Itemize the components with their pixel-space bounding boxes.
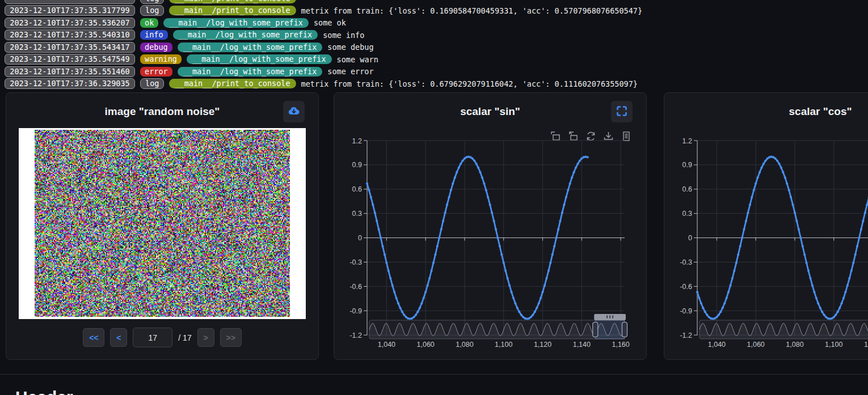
series-point — [784, 176, 786, 179]
slider-grip-dot — [609, 316, 610, 318]
image-panel-title: image "random noise" — [6, 105, 318, 118]
log-source-badge: __main__/print_to_console — [169, 79, 296, 88]
series-point — [411, 317, 413, 320]
series-point — [795, 220, 798, 222]
log-row: 2023-12-10T17:37:35.317799log__main__/pr… — [5, 6, 868, 16]
x-tick-label: 1,120 — [534, 341, 551, 349]
series-point — [858, 237, 860, 239]
series-point — [454, 176, 456, 179]
cos-line-chart[interactable]: 1.20.90.60.30-0.3-0.6-0.9-1.21,0401,0601… — [664, 133, 868, 356]
series-point — [553, 245, 555, 247]
series-point — [850, 270, 853, 272]
image-pagination: << < / 17 > >> — [6, 328, 318, 347]
last-page-button[interactable]: >> — [220, 328, 242, 347]
series-point — [723, 302, 726, 304]
y-tick-label: -1.2 — [349, 332, 362, 339]
series-point — [444, 211, 446, 214]
prev-page-button[interactable]: < — [110, 328, 127, 347]
page-number-input[interactable] — [133, 328, 172, 347]
series-point — [802, 245, 804, 247]
series-point — [489, 203, 491, 206]
series-point — [848, 277, 850, 279]
series-point — [838, 307, 841, 309]
series-point — [467, 156, 470, 158]
series-point — [791, 203, 794, 206]
slider-grip-dot — [606, 316, 608, 318]
x-tick-label: 1,160 — [612, 341, 629, 349]
series-point — [503, 262, 505, 264]
series-point — [536, 307, 538, 309]
series-point — [569, 182, 571, 185]
series-point — [450, 189, 452, 191]
series-point — [432, 262, 435, 264]
series-point — [698, 297, 700, 299]
log-level-badge: ok — [140, 18, 158, 28]
series-point — [580, 158, 583, 160]
series-point — [708, 316, 710, 318]
series-point — [722, 307, 724, 309]
log-row: 2023-12-10T17:37:35.543417debug__main__/… — [5, 42, 868, 52]
random-noise-image — [35, 130, 290, 317]
series-point — [755, 182, 757, 185]
series-point — [579, 160, 581, 162]
series-point — [757, 176, 759, 179]
series-point — [416, 311, 419, 313]
y-tick-label: 0.9 — [682, 161, 692, 169]
x-tick-label: 1,100 — [495, 341, 512, 349]
series-point — [380, 237, 382, 239]
series-point — [733, 270, 735, 272]
log-row: 2023-12-10T17:37:35.547549warning__main_… — [5, 54, 868, 65]
x-tick-label: 1,120 — [864, 341, 868, 349]
series-point — [528, 317, 530, 320]
log-timestamp: 2023-12-10T17:37:35.551460 — [5, 66, 135, 77]
series-point — [854, 253, 857, 256]
first-page-button[interactable]: << — [83, 328, 104, 347]
sin-line-chart[interactable]: 1.20.90.60.30-0.3-0.6-0.9-1.21,0401,0601… — [334, 133, 647, 356]
series-point — [862, 220, 864, 222]
series-point — [563, 203, 565, 206]
x-tick-label: 1,140 — [573, 341, 591, 349]
series-point — [499, 245, 501, 247]
image-frame — [19, 128, 306, 319]
series-point — [464, 158, 466, 160]
series-point — [840, 302, 842, 304]
next-page-button[interactable]: > — [197, 328, 214, 347]
fullscreen-icon — [616, 105, 628, 119]
series-point — [434, 253, 436, 256]
series-point — [718, 314, 720, 316]
log-message: some debug — [327, 43, 373, 52]
series-point — [833, 316, 835, 318]
series-point — [788, 189, 790, 191]
log-source-badge: __main__/log_with_some_prefix — [178, 43, 323, 52]
series-point — [442, 220, 444, 222]
series-point — [762, 163, 765, 165]
y-tick-label: -0.3 — [349, 258, 362, 266]
series-point — [837, 311, 839, 313]
series-point — [809, 277, 811, 279]
download-button[interactable] — [283, 101, 305, 122]
series-point — [846, 284, 849, 287]
series-point — [864, 211, 866, 214]
series-point — [711, 318, 714, 320]
series-point — [481, 176, 483, 179]
series-point — [420, 302, 423, 304]
series-point — [811, 284, 814, 287]
series-point — [532, 314, 534, 316]
fullscreen-button[interactable] — [611, 101, 633, 122]
series-point — [522, 316, 524, 318]
series-point — [493, 220, 495, 222]
series-point — [376, 220, 378, 222]
series-point — [576, 163, 579, 165]
y-tick-label: 0.9 — [352, 161, 362, 169]
section-divider — [0, 374, 868, 375]
log-timestamp: 2023-12-10T17:37:35.543417 — [5, 42, 135, 53]
series-point — [700, 302, 702, 304]
series-point — [760, 167, 762, 169]
series-point — [751, 196, 753, 198]
series-point — [397, 302, 399, 304]
series-point — [469, 156, 471, 158]
series-point — [460, 163, 462, 165]
series-point — [483, 182, 485, 185]
y-tick-label: 0.3 — [682, 210, 692, 218]
log-level-badge: error — [140, 67, 172, 77]
